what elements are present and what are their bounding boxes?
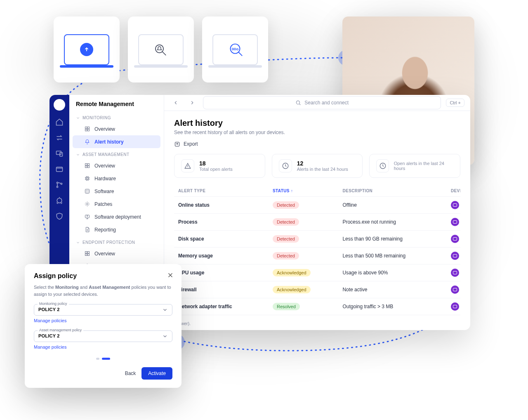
col-header[interactable]: STATUS ↑ [269, 185, 338, 197]
rail-support-icon[interactable] [55, 196, 64, 205]
nav-back-button[interactable] [170, 97, 182, 109]
table-row[interactable]: FirewallAcknowledgedNote activeCLW-CSAT-… [174, 281, 460, 298]
col-header[interactable]: DESCRIPTION [338, 185, 446, 197]
status-badge: Detected [273, 218, 299, 226]
export-button[interactable]: Export [174, 141, 460, 147]
svg-rect-21 [85, 189, 90, 193]
sidebar-item-reporting[interactable]: Reporting [73, 223, 160, 236]
sidebar-item-hardware[interactable]: Hardware [73, 172, 160, 185]
svg-point-33 [297, 101, 300, 104]
status-badge: Detected [273, 252, 299, 260]
nav-forward-button[interactable] [186, 97, 198, 109]
table-row[interactable]: Network adapter trafficResolvedOutgoing … [174, 298, 460, 315]
svg-point-8 [57, 186, 58, 187]
svg-point-24 [86, 192, 87, 192]
svg-point-22 [86, 190, 87, 191]
back-button[interactable]: Back [125, 370, 136, 376]
svg-rect-13 [85, 129, 87, 131]
sidebar-item-software-deployment[interactable]: Software deployment [73, 210, 160, 223]
activate-button[interactable]: Activate [141, 367, 172, 380]
close-icon[interactable] [167, 271, 174, 279]
policy-select[interactable]: Asset management policyPOLICY 2 [34, 330, 172, 342]
device-icon [451, 218, 459, 226]
cpu-icon [84, 175, 90, 182]
search-placeholder: Search and connect [304, 100, 349, 106]
device-icon [451, 302, 459, 311]
metrics-icon: 00o [212, 34, 258, 65]
manage-policies-link[interactable]: Manage policies [34, 318, 67, 323]
device-icon [451, 235, 459, 243]
sidebar-title: Remote Management [69, 101, 164, 111]
col-header[interactable]: ALERT TYPE [174, 185, 269, 197]
device-icon [451, 201, 459, 209]
col-header[interactable]: DEVICE [447, 185, 460, 197]
modal-description: Select the Monitoring and Asset Manageme… [34, 284, 172, 297]
table-row[interactable]: FirewallResolvedOfflineCLW-CSAT-LT072 ho… [174, 315, 460, 317]
table-row[interactable]: Memory usageDetectedLess than 500 MB rem… [174, 247, 460, 264]
chevron-down-icon [162, 333, 168, 339]
chevron-down-icon [76, 241, 80, 245]
rail-transfer-icon[interactable] [55, 134, 64, 142]
svg-rect-16 [87, 164, 89, 165]
sidebar-item-overview[interactable]: Overview [73, 123, 160, 135]
content: Alert history See the recent history of … [164, 111, 470, 317]
stats-row: 18Total open alerts12Alerts in the last … [174, 154, 460, 178]
topbar: Search and connect Ctrl + [164, 95, 470, 111]
rail-devices-icon[interactable] [55, 149, 64, 158]
table-row[interactable]: Disk spaceDetectedLess than 90 GB remain… [174, 230, 460, 247]
svg-rect-29 [87, 252, 89, 253]
patch-icon [84, 201, 90, 207]
policy-select[interactable]: Monitoring policyPOLICY 2 [34, 304, 172, 316]
sidebar-group-header[interactable]: ENDPOINT PROTECTION [69, 236, 164, 247]
svg-rect-31 [87, 254, 89, 255]
laptop-upload-icon [64, 34, 109, 65]
alerts-table[interactable]: ALERT TYPESTATUS ↑DESCRIPTIONDEVICEDURAT… [174, 185, 460, 317]
status-badge: Detected [273, 201, 299, 209]
page-subtitle: See the recent history of all alerts on … [174, 130, 460, 135]
report-icon [84, 227, 90, 233]
svg-rect-11 [85, 127, 87, 129]
rail-home-icon[interactable] [55, 118, 64, 126]
table-row[interactable]: CPU usageAcknowledgedUsage is above 90%M… [174, 264, 460, 281]
svg-rect-30 [85, 254, 87, 255]
manage-policies-link[interactable]: Manage policies [34, 344, 67, 349]
sidebar-group-header[interactable]: MONITORING [69, 111, 164, 123]
sidebar-group-header[interactable]: ASSET MANAGEMENT [69, 148, 164, 159]
svg-text:00o: 00o [232, 47, 239, 51]
app-logo[interactable] [54, 99, 65, 111]
stat-card: Open alerts in the last 24 hours [369, 154, 460, 178]
svg-rect-4 [57, 151, 61, 154]
table-row[interactable]: Online statusDetectedOfflineDEVNBKBRE104… [174, 196, 460, 213]
sidebar-item-overview[interactable]: Overview [73, 247, 160, 260]
rail-folder-icon[interactable] [55, 165, 64, 173]
device-icon [451, 252, 459, 260]
rail-branch-icon[interactable] [55, 181, 64, 189]
device-icon [451, 286, 459, 294]
table-row[interactable]: ProcessDetectedProcess.exe not runningCL… [174, 213, 460, 230]
svg-point-10 [57, 198, 62, 203]
svg-rect-14 [87, 129, 89, 131]
svg-rect-20 [87, 178, 88, 179]
stat-card: 18Total open alerts [174, 154, 265, 178]
svg-point-25 [88, 192, 88, 192]
sidebar-item-patches[interactable]: Patches [73, 198, 160, 210]
chevron-down-icon [76, 153, 80, 157]
status-badge: Resolved [273, 303, 300, 310]
svg-rect-17 [85, 166, 87, 168]
rail-shield-icon[interactable] [55, 212, 64, 220]
sidebar-item-software[interactable]: Software [73, 185, 160, 198]
page-title: Alert history [174, 118, 460, 128]
search-icon [295, 100, 301, 106]
feature-card-alerts [128, 17, 194, 83]
main-pane: Search and connect Ctrl + Alert history … [164, 95, 470, 330]
svg-point-7 [57, 182, 58, 183]
sidebar-item-alert-history[interactable]: Alert history [73, 135, 160, 148]
search-alerts-icon [138, 34, 184, 65]
modal-title: Assign policy [34, 272, 172, 280]
chevron-down-icon [162, 307, 168, 313]
svg-rect-19 [86, 177, 89, 180]
search-input[interactable]: Search and connect [203, 96, 441, 109]
sidebar-item-overview[interactable]: Overview [73, 159, 160, 172]
app-icon [84, 188, 90, 194]
status-badge: Detected [273, 235, 299, 243]
